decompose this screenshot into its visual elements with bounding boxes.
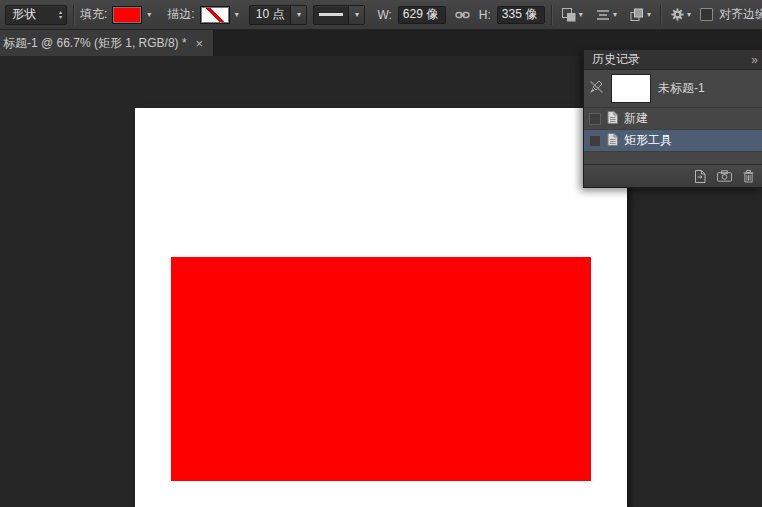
history-panel-footer xyxy=(584,164,762,187)
close-icon[interactable]: × xyxy=(196,37,204,50)
fill-color-swatch[interactable] xyxy=(113,7,141,23)
document-canvas[interactable] xyxy=(135,108,627,507)
stroke-style-preview xyxy=(319,13,343,16)
history-item-label: 新建 xyxy=(624,110,648,127)
align-edges-checkbox[interactable] xyxy=(700,8,713,21)
history-source-checkbox[interactable] xyxy=(589,135,601,147)
divider xyxy=(73,5,74,25)
document-tab[interactable]: 标题-1 @ 66.7% (矩形 1, RGB/8) * × xyxy=(0,30,214,56)
collapse-panel-icon[interactable]: » xyxy=(751,53,762,67)
divider xyxy=(551,5,552,25)
path-operations-icon[interactable]: ▾ xyxy=(558,5,586,25)
red-rectangle-shape[interactable] xyxy=(171,257,591,481)
fill-caret-icon[interactable]: ▾ xyxy=(147,11,151,19)
align-edges-label: 对齐边缘 xyxy=(719,6,762,23)
camera-icon[interactable] xyxy=(717,170,732,182)
snapshot-thumbnail[interactable] xyxy=(611,74,651,103)
document-tab-title: 标题-1 @ 66.7% (矩形 1, RGB/8) * xyxy=(3,35,187,52)
document-icon xyxy=(607,111,618,127)
history-item-label: 矩形工具 xyxy=(624,132,672,149)
history-item-rectangle-tool[interactable]: 矩形工具 xyxy=(584,130,762,152)
fill-label: 填充: xyxy=(80,6,107,23)
history-panel-header: 历史记录 » xyxy=(584,50,762,70)
history-source-checkbox[interactable] xyxy=(589,113,601,125)
height-label: H: xyxy=(479,8,491,22)
stroke-label: 描边: xyxy=(167,6,194,23)
width-label: W: xyxy=(377,8,391,22)
history-item-new[interactable]: 新建 xyxy=(584,108,762,130)
stroke-color-swatch[interactable] xyxy=(201,7,229,23)
divider xyxy=(660,5,661,25)
stroke-caret-icon[interactable]: ▾ xyxy=(235,11,239,19)
history-list-empty-area xyxy=(584,152,762,164)
height-input[interactable] xyxy=(497,6,545,24)
new-document-from-state-icon[interactable] xyxy=(694,170,706,183)
stroke-width-select[interactable]: 10 点 ▾ xyxy=(249,5,308,25)
history-panel: 历史记录 » 未标题-1 xyxy=(583,50,762,188)
trash-icon[interactable] xyxy=(743,170,754,183)
path-arrangement-icon[interactable]: ▾ xyxy=(626,5,654,25)
chevron-down-icon: ▾ xyxy=(348,6,364,24)
width-input[interactable] xyxy=(398,6,446,24)
updown-arrows-icon: ▴▾ xyxy=(55,10,66,20)
link-dimensions-icon[interactable] xyxy=(452,7,473,23)
gear-icon[interactable]: ▾ xyxy=(667,5,694,24)
tool-mode-label: 形状 xyxy=(6,6,42,23)
snapshot-label: 未标题-1 xyxy=(658,80,705,97)
history-brush-source-icon[interactable] xyxy=(589,80,604,97)
options-bar: 形状 ▴▾ 填充: ▾ 描边: ▾ 10 点 ▾ ▾ W: xyxy=(0,0,762,30)
snapshot-row[interactable]: 未标题-1 xyxy=(584,70,762,108)
tool-mode-select[interactable]: 形状 ▴▾ xyxy=(5,5,67,25)
photoshop-window: 形状 ▴▾ 填充: ▾ 描边: ▾ 10 点 ▾ ▾ W: xyxy=(0,0,762,507)
path-alignment-icon[interactable]: ▾ xyxy=(592,5,620,25)
stroke-width-label: 10 点 xyxy=(250,6,291,23)
history-panel-title: 历史记录 xyxy=(584,51,640,68)
stroke-style-select[interactable]: ▾ xyxy=(313,5,365,25)
chevron-down-icon: ▾ xyxy=(290,6,306,24)
document-icon xyxy=(607,133,618,149)
